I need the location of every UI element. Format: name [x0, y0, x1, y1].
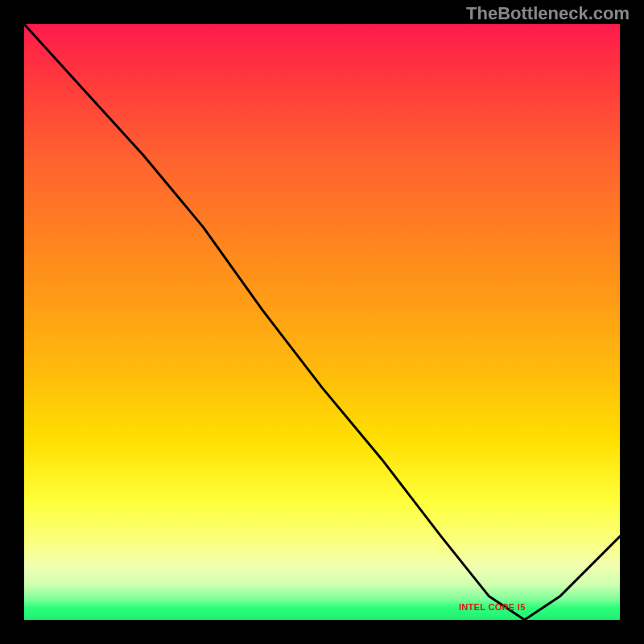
- chart-series-curve: [24, 24, 620, 620]
- bottom-marker-label: INTEL CORE I5: [459, 602, 526, 612]
- chart-line-svg: [24, 24, 620, 620]
- chart-plot-area: INTEL CORE I5: [24, 24, 620, 620]
- watermark-text: TheBottleneck.com: [466, 3, 630, 24]
